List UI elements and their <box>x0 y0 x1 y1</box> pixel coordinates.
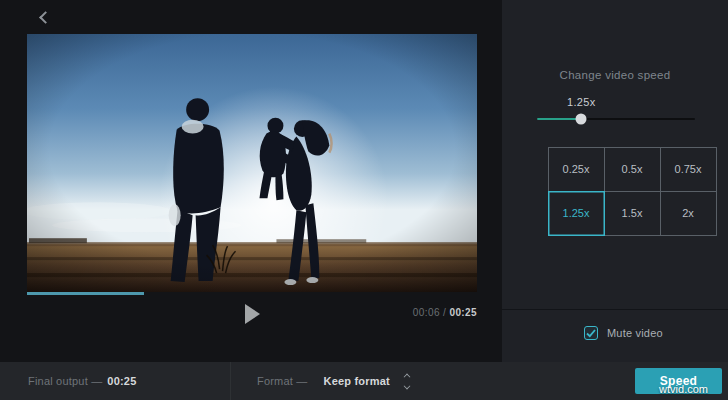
mute-checkbox[interactable] <box>584 326 598 340</box>
slider-track[interactable] <box>537 118 695 120</box>
back-chevron-icon <box>39 11 52 24</box>
speed-slider: 1.25x <box>537 96 695 130</box>
time-total: 00:25 <box>449 307 477 318</box>
speed-option-2x[interactable]: 2x <box>660 191 717 236</box>
mute-row: Mute video <box>584 326 663 340</box>
speed-panel: Change video speed 1.25x 0.25x 0.5x 0.75… <box>502 0 728 362</box>
final-output: Final output — 00:25 <box>28 362 136 400</box>
slider-value-label: 1.25x <box>567 96 595 108</box>
speed-option-0.5x[interactable]: 0.5x <box>604 147 661 192</box>
play-icon[interactable] <box>245 304 260 324</box>
slider-fill <box>537 118 581 120</box>
video-player-area: 00:06 / 00:25 <box>0 0 502 362</box>
panel-divider <box>502 309 728 310</box>
mute-label: Mute video <box>607 327 663 339</box>
format-label: Format — <box>257 375 308 387</box>
bar-divider <box>230 362 231 400</box>
video-still-image <box>27 34 477 292</box>
slider-thumb[interactable] <box>576 114 587 125</box>
speed-option-1.25x[interactable]: 1.25x <box>548 191 605 236</box>
time-current: 00:06 <box>413 307 440 318</box>
speed-option-0.25x[interactable]: 0.25x <box>548 147 605 192</box>
video-preview[interactable] <box>27 34 477 292</box>
video-progress-bar[interactable] <box>27 292 477 295</box>
speed-option-0.75x[interactable]: 0.75x <box>660 147 717 192</box>
video-speed-editor: 00:06 / 00:25 Change video speed 1.25x 0… <box>0 0 728 400</box>
speed-option-1.5x[interactable]: 1.5x <box>604 191 661 236</box>
format-select[interactable]: Format — Keep format <box>257 362 410 400</box>
time-separator: / <box>443 307 446 318</box>
panel-title: Change video speed <box>502 69 728 81</box>
final-output-value: 00:25 <box>107 375 136 387</box>
bottom-bar: Final output — 00:25 Format — Keep forma… <box>0 362 728 400</box>
time-display: 00:06 / 00:25 <box>413 307 477 318</box>
select-updown-icon <box>404 374 410 389</box>
format-value: Keep format <box>324 375 390 387</box>
final-output-label: Final output — <box>28 375 102 387</box>
speed-options-grid: 0.25x 0.5x 0.75x 1.25x 1.5x 2x <box>548 147 716 235</box>
checkmark-icon <box>586 329 596 338</box>
video-progress-fill <box>27 292 144 295</box>
back-button[interactable] <box>36 8 56 28</box>
watermark: wtvid.com <box>659 383 708 395</box>
